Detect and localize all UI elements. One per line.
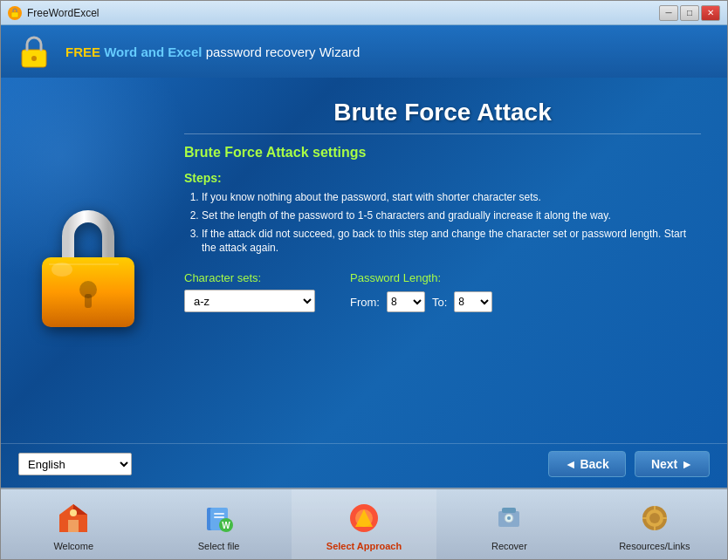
svg-rect-22 <box>502 508 516 513</box>
header-lock-icon <box>15 32 53 71</box>
svg-rect-6 <box>85 294 92 308</box>
taskbar-select-file[interactable]: W Select file <box>146 489 291 559</box>
character-sets-select[interactable]: a-z a-z, A-Z a-z, 0-9 a-z, A-Z, 0-9 All … <box>184 290 315 312</box>
svg-rect-0 <box>11 12 18 17</box>
select-approach-icon <box>345 499 383 537</box>
taskbar-recover[interactable]: Recover <box>436 489 581 559</box>
svg-point-11 <box>70 509 77 516</box>
app-icon <box>8 6 22 20</box>
left-panel <box>1 78 175 440</box>
step-2: Set the length of the password to 1-5 ch… <box>202 208 701 223</box>
svg-rect-14 <box>214 513 224 515</box>
language-select[interactable]: English French German Spanish <box>18 453 132 475</box>
select-file-icon: W <box>200 499 238 537</box>
taskbar-select-approach-label: Select Approach <box>326 541 402 551</box>
length-inputs: From: 123 456 789 10 To: 123 456 <box>350 291 492 312</box>
maximize-button[interactable]: □ <box>680 5 699 21</box>
header-title: FREE Word and Excel password recovery Wi… <box>65 44 360 59</box>
svg-point-24 <box>507 516 511 520</box>
taskbar-welcome[interactable]: Welcome <box>1 489 146 559</box>
section-divider <box>184 133 701 134</box>
steps-label: Steps: <box>184 171 701 185</box>
window-controls: ─ □ ✕ <box>659 5 720 21</box>
svg-rect-15 <box>214 516 224 518</box>
resources-icon <box>635 499 674 537</box>
taskbar-recover-label: Recover <box>491 541 527 551</box>
svg-rect-28 <box>654 506 656 511</box>
taskbar: Welcome W Select file <box>1 488 727 559</box>
application-window: FreeWordExcel ─ □ ✕ FREE Word and Excel … <box>0 0 728 560</box>
from-label: From: <box>350 296 380 309</box>
close-button[interactable]: ✕ <box>701 5 720 21</box>
welcome-icon <box>54 499 93 537</box>
from-select[interactable]: 123 456 789 10 <box>387 291 425 312</box>
to-select[interactable]: 123 456 789 10 <box>454 291 492 312</box>
svg-rect-10 <box>68 520 79 532</box>
right-panel: Brute Force Attack Brute Force Attack se… <box>175 78 727 440</box>
steps-list: If you know nothing about the password, … <box>184 190 701 256</box>
title-bar: FreeWordExcel ─ □ ✕ <box>1 1 727 25</box>
character-sets-group: Character sets: a-z a-z, A-Z a-z, 0-9 a-… <box>184 271 315 312</box>
header-subtitle: password recovery Wizard <box>206 44 361 59</box>
padlock-illustration <box>31 198 145 338</box>
nav-buttons: ◄ Back Next ► <box>548 451 710 477</box>
svg-rect-30 <box>642 517 648 519</box>
svg-point-2 <box>31 56 37 61</box>
step-1: If you know nothing about the password, … <box>202 190 701 205</box>
bottom-bar: English French German Spanish ◄ Back Nex… <box>1 443 727 488</box>
character-sets-label: Character sets: <box>184 271 315 284</box>
app-header: FREE Word and Excel password recovery Wi… <box>1 25 727 78</box>
next-button[interactable]: Next ► <box>635 451 710 477</box>
taskbar-resources[interactable]: Resources/Links <box>582 489 727 559</box>
svg-point-27 <box>649 513 660 523</box>
svg-rect-29 <box>654 525 656 530</box>
taskbar-resources-label: Resources/Links <box>619 541 690 551</box>
main-area: Brute Force Attack Brute Force Attack se… <box>1 78 727 488</box>
to-label: To: <box>432 296 447 309</box>
content-wrapper: Brute Force Attack Brute Force Attack se… <box>1 78 727 440</box>
header-app-name: Word and Excel <box>104 44 202 59</box>
taskbar-select-approach[interactable]: Select Approach <box>292 489 436 559</box>
password-length-label: Password Length: <box>350 271 492 284</box>
taskbar-welcome-label: Welcome <box>53 541 93 551</box>
step-3: If the attack did not succeed, go back t… <box>202 227 701 256</box>
page-title: Brute Force Attack <box>184 99 701 126</box>
taskbar-select-file-label: Select file <box>198 541 240 551</box>
minimize-button[interactable]: ─ <box>659 5 678 21</box>
password-length-group: Password Length: From: 123 456 789 10 To… <box>350 271 492 312</box>
svg-text:W: W <box>222 521 230 530</box>
form-row: Character sets: a-z a-z, A-Z a-z, 0-9 a-… <box>184 271 701 312</box>
svg-rect-31 <box>662 517 667 519</box>
window-title: FreeWordExcel <box>27 7 659 19</box>
recover-icon <box>490 499 528 537</box>
header-free: FREE <box>65 44 100 59</box>
back-button[interactable]: ◄ Back <box>548 451 626 477</box>
section-title: Brute Force Attack settings <box>184 145 701 160</box>
